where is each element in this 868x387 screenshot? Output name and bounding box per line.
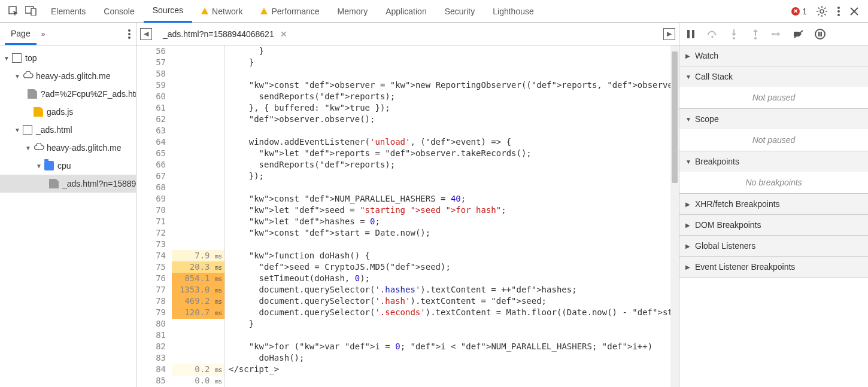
error-icon: ✕ [791,7,800,16]
tab-network[interactable]: Network [192,1,251,22]
svg-point-19 [128,36,130,39]
tree-item[interactable]: ▼_ads.html [0,121,136,139]
svg-rect-31 [818,32,820,36]
callstack-body: Not paused [679,87,868,108]
tab-memory[interactable]: Memory [329,1,377,22]
svg-rect-32 [821,32,823,36]
close-tab-icon[interactable]: ✕ [280,29,287,39]
svg-rect-21 [692,30,694,38]
navigator-sidebar: Page » ▼top▼heavy-ads.glitch.me?ad=%2Fcp… [0,23,136,387]
svg-rect-20 [687,30,690,38]
debugger-panel: ▶Watch ▼Call Stack Not paused ▼Scope Not… [679,23,868,387]
svg-line-10 [818,14,820,15]
tree-item[interactable]: ▼heavy-ads.glitch.me [0,139,136,157]
tab-security[interactable]: Security [436,1,484,22]
tree-item[interactable]: ▼top [0,49,136,67]
tree-item[interactable]: gads.js [0,103,136,121]
error-badge[interactable]: ✕ 1 [791,7,807,16]
svg-point-14 [837,14,840,16]
svg-line-9 [824,14,825,15]
pause-exceptions-icon[interactable] [815,29,825,39]
step-into-icon[interactable] [729,29,739,39]
step-out-icon[interactable] [750,29,761,39]
svg-point-28 [772,33,774,35]
section-dom[interactable]: ▶DOM Breakpoints [679,215,868,235]
file-tree: ▼top▼heavy-ads.glitch.me?ad=%2Fcpu%2F_ad… [0,45,136,196]
svg-point-12 [837,7,840,9]
section-event[interactable]: ▶Event Listener Breakpoints [679,257,868,277]
tab-performance[interactable]: Performance [251,1,328,22]
section-watch[interactable]: ▶Watch [679,45,868,66]
close-icon[interactable] [850,7,858,16]
nav-back-icon[interactable]: ◀ [140,28,152,40]
warning-icon [260,8,268,14]
svg-point-22 [711,35,714,38]
tab-lighthouse[interactable]: Lighthouse [484,1,543,22]
svg-point-18 [128,33,130,35]
section-breakpoints[interactable]: ▼Breakpoints [679,151,868,172]
kebab-icon[interactable] [837,6,840,17]
vertical-scrollbar[interactable] [670,45,679,387]
step-over-icon[interactable] [707,29,718,39]
tree-item[interactable]: ▼heavy-ads.glitch.me [0,67,136,85]
svg-point-24 [733,37,735,39]
editor-area: ◀ _ads.html?n=1588944068621 ✕ ▶ 56575859… [136,23,679,387]
section-global[interactable]: ▶Global Listeners [679,236,868,256]
device-toggle-icon[interactable] [25,6,37,17]
nav-forward-icon[interactable]: ▶ [663,28,675,40]
breakpoints-body: No breakpoints [679,172,868,193]
tree-item[interactable]: ?ad=%2Fcpu%2F_ads.html [0,85,136,103]
code-editor[interactable]: 565758596061626364656667686970717273747.… [136,45,679,387]
svg-point-3 [820,10,824,13]
warning-icon [201,8,208,14]
step-icon[interactable] [772,29,782,39]
pause-icon[interactable] [685,29,696,39]
navigator-tab-page[interactable]: Page [5,23,37,45]
gear-icon[interactable] [817,6,827,17]
tab-sources[interactable]: Sources [144,0,192,23]
file-tab[interactable]: _ads.html?n=1588944068621 ✕ [157,25,293,44]
section-callstack[interactable]: ▼Call Stack [679,66,868,87]
inspect-icon[interactable] [8,6,19,17]
deactivate-breakpoints-icon[interactable] [793,29,804,39]
svg-point-30 [815,29,825,39]
svg-line-11 [824,7,825,8]
tree-item[interactable]: ▼cpu [0,157,136,175]
svg-point-26 [754,37,757,39]
tab-application[interactable]: Application [377,1,436,22]
kebab-icon[interactable] [128,29,131,39]
tree-item[interactable]: _ads.html?n=1588944068621 [0,175,136,193]
section-xhr[interactable]: ▶XHR/fetch Breakpoints [679,194,868,214]
svg-point-13 [837,10,840,13]
devtools-main-tabs: Elements Console Sources Network Perform… [0,0,868,23]
svg-rect-2 [31,8,36,16]
scope-body: Not paused [679,129,868,151]
more-tabs-icon[interactable]: » [37,30,50,38]
svg-line-8 [818,7,820,8]
tab-console[interactable]: Console [95,1,143,22]
section-scope[interactable]: ▼Scope [679,109,868,129]
svg-point-17 [128,29,130,32]
tab-elements[interactable]: Elements [42,1,95,22]
